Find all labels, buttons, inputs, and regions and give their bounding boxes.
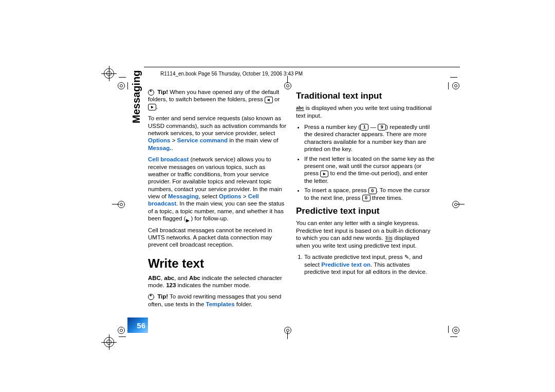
paragraph: To enter and send service requests (also… [148,115,287,152]
key-icon: 0 [368,188,377,194]
text: three times. [371,195,403,201]
crop-line-icon [127,82,128,89]
text: When you have opened any of the default … [148,89,279,102]
key-icon: 0 [362,195,371,201]
crop-line-icon [119,77,126,78]
pencil-icon [404,254,409,260]
tip-paragraph: Tip! When you have opened any of the def… [148,88,287,110]
text: indicates the number mode. [176,282,250,288]
menu-option: Predictive text on [321,262,371,268]
key-icon: 1 [360,124,368,130]
crop-line-icon [450,77,457,78]
crop-mark-icon [118,327,125,334]
paragraph: You can enter any letter with a single k… [296,219,435,249]
mode-label: Abc [189,275,200,281]
mode-label: abc [164,275,174,281]
bullet-list: Press a number key (1 — 9) repeatedly un… [296,123,435,201]
crop-mark-icon [452,327,459,334]
text: folder. [235,301,253,307]
page-content: Tip! When you have opened any of the def… [148,88,456,312]
crop-line-icon [112,204,119,204]
text: To enter and send service requests (also… [148,115,286,136]
crop-line-icon [450,337,457,337]
crop-mark-icon [118,201,125,208]
text: or [273,96,280,102]
crop-line-icon [287,332,288,339]
tip-icon [148,89,154,96]
crop-line-icon [119,337,126,337]
left-column: Tip! When you have opened any of the def… [148,88,287,312]
list-item: Press a number key (1 — 9) repeatedly un… [304,123,435,153]
text: To activate predictive text input, press [304,254,404,260]
menu-path: Options [219,193,241,199]
text: , and [174,275,189,281]
paragraph: abc is displayed when you write text usi… [296,104,435,119]
header-rule [144,67,460,67]
section-label: Messaging [131,70,142,123]
menu-path: Messaging [168,193,198,199]
right-column: Traditional text input abc is displayed … [296,88,435,312]
crop-line-icon [287,76,288,83]
key-icon: ▸ [148,104,156,110]
text: > [170,137,177,143]
text: Press a number key ( [304,124,360,130]
menu-path: Options [148,137,170,143]
paragraph: Cell broadcast (network service) allows … [148,156,287,222]
header-text: R1114_en.book Page 56 Thursday, October … [160,71,303,77]
list-item: To insert a space, press 0. To move the … [304,186,435,201]
menu-path: Service command [177,137,228,143]
subsection-heading: Traditional text input [296,90,435,101]
text: . [156,104,158,110]
abc-indicator-icon: abc [296,106,304,111]
text: , select [198,193,219,199]
key-icon: ▸ [320,171,328,177]
numbered-list: To activate predictive text input, press… [296,253,435,276]
crop-line-icon [448,326,449,333]
text: — [368,124,378,130]
registration-mark-icon [104,68,114,79]
flag-icon [186,216,191,221]
feature-name: Cell broadcast [148,156,189,162]
crop-line-icon [457,204,465,204]
text: ) for follow-up. [191,215,229,221]
predictive-indicator-icon [385,235,387,242]
paragraph: ABC, abc, and Abc indicate the selected … [148,274,287,289]
tip-paragraph: Tip! To avoid rewriting messages that yo… [148,293,287,308]
key-icon: ◂ [265,97,273,103]
text: . [171,145,173,151]
text: in the main view of [228,137,278,143]
key-icon: 9 [378,124,386,130]
text: To insert a space, press [304,187,368,193]
paragraph: Cell broadcast messages cannot be receiv… [148,227,287,249]
subsection-heading: Predictive text input [296,206,435,216]
tip-label: Tip! [157,293,168,300]
crop-mark-icon [118,82,125,89]
crop-mark-icon [284,327,291,334]
mode-label: 123 [166,282,176,288]
text: > [242,193,248,199]
folder-name: Templates [206,301,235,307]
text: is displayed when you write text using t… [296,105,432,118]
tip-label: Tip! [157,89,168,95]
mode-label: ABC [148,275,161,281]
list-item: To activate predictive text input, press… [304,253,435,276]
section-heading: Write text [148,256,287,271]
menu-path: Messag. [148,145,171,151]
registration-mark-icon [104,337,114,347]
tip-icon [148,294,154,300]
list-item: If the next letter is located on the sam… [304,155,435,185]
page-number: 56 [127,318,148,333]
